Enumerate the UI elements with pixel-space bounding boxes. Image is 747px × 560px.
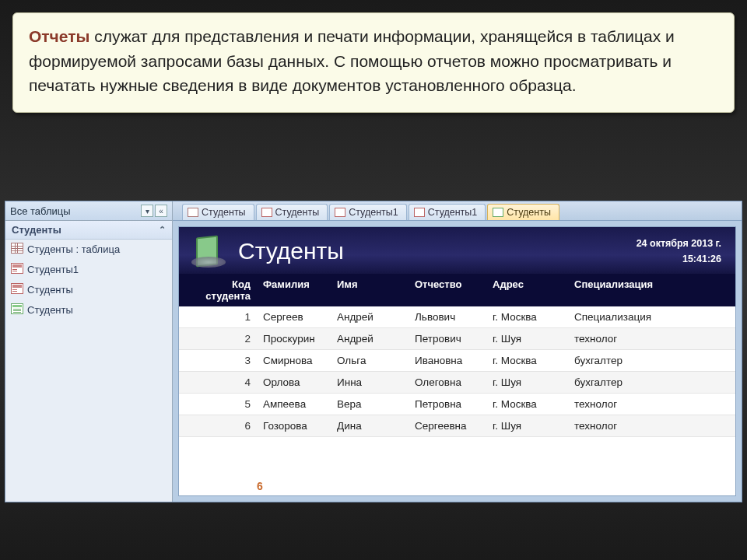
report-viewport: Студенты 24 октября 2013 г. 15:41:26 Код… [173,221,742,502]
cell-fn: Андрей [331,306,409,327]
cell-mn: Петрович [409,328,486,349]
cell-ln: Сергеев [257,306,331,327]
app-window: Все таблицы ▾ « Студенты ⌃ Студенты : та… [5,201,742,502]
cell-mn: Сергеевна [409,415,486,436]
cell-fn: Вера [331,394,409,415]
nav-item-label: Студенты : таблица [27,243,120,255]
col-id: Код студента [179,274,257,306]
form-icon [11,283,23,294]
cell-ln: Проскурин [257,328,331,349]
report-icon [493,208,503,217]
tab-label: Студенты1 [428,207,478,218]
cell-id: 1 [179,306,257,327]
cell-fn: Ольга [331,350,409,371]
col-patronymic: Отчество [409,274,486,306]
cell-sp: технолог [568,394,735,415]
report-header: Студенты 24 октября 2013 г. 15:41:26 [179,227,735,274]
table-row[interactable]: 4ОрловаИннаОлеговнаг. Шуябухгалтер [179,372,735,394]
tab-label: Студенты [507,207,551,218]
nav-collapse-icon[interactable]: « [155,205,167,217]
cell-fn: Инна [331,372,409,393]
report-body: Студенты 24 октября 2013 г. 15:41:26 Код… [179,227,735,495]
cell-id: 4 [179,372,257,393]
cell-id: 2 [179,328,257,349]
col-firstname: Имя [331,274,409,306]
tab[interactable]: Студенты1 [329,204,407,220]
cell-sp: технолог [568,415,735,436]
tab-label: Студенты [275,207,320,218]
nav-dropdown-icon[interactable]: ▾ [141,205,153,217]
cell-id: 6 [179,415,257,436]
report-time: 15:41:26 [637,251,721,267]
cell-id: 5 [179,394,257,415]
nav-group-label: Студенты [12,224,61,236]
main-area: СтудентыСтудентыСтуденты1Студенты1Студен… [173,201,742,502]
form-icon [11,263,23,274]
tab-label: Студенты1 [349,207,398,218]
table-icon [11,243,23,254]
col-address: Адрес [486,274,568,306]
cell-ln: Гозорова [257,415,331,436]
report-columns: Код студента Фамилия Имя Отчество Адрес … [179,274,735,306]
table-row[interactable]: 3СмирноваОльгаИвановнаг. Москвабухгалтер [179,350,735,372]
nav-item[interactable]: Студенты [5,280,172,300]
cell-sp: бухгалтер [568,372,735,393]
table-row[interactable]: 1СергеевАндрейЛьвовичг. МоскваСпециализа… [179,306,735,328]
table-icon [188,208,198,217]
nav-header-label: Все таблицы [10,205,71,217]
tab[interactable]: Студенты1 [409,204,486,220]
cell-ad: г. Москва [486,394,568,415]
form-icon [335,208,345,217]
report-icon [193,235,226,268]
nav-group[interactable]: Студенты ⌃ [5,221,172,240]
nav-item-label: Студенты1 [27,264,79,275]
nav-item[interactable]: Студенты [5,300,172,320]
tab-label: Студенты [202,207,246,218]
nav-item[interactable]: Студенты1 [5,260,172,280]
description-box: Отчеты служат для представления и печати… [12,12,735,113]
cell-ln: Ампеева [257,394,331,415]
description-text: служат для представления и печати информ… [29,27,675,94]
cell-fn: Андрей [331,328,409,349]
cell-mn: Олеговна [409,372,486,393]
cell-fn: Дина [331,415,409,436]
cell-sp: бухгалтер [568,350,735,371]
cell-ad: г. Москва [486,350,568,371]
navigation-pane: Все таблицы ▾ « Студенты ⌃ Студенты : та… [5,201,173,502]
report-total: 6 [179,477,735,495]
description-keyword: Отчеты [29,27,89,45]
tab[interactable]: Студенты [256,204,328,220]
report-title: Студенты [238,238,344,264]
cell-mn: Петровна [409,394,486,415]
cell-ad: г. Шуя [486,415,568,436]
report-date: 24 октября 2013 г. [637,236,721,251]
nav-item[interactable]: Студенты : таблица [5,240,172,260]
cell-sp: Специализация [568,306,735,327]
cell-ad: г. Шуя [486,372,568,393]
tab-bar: СтудентыСтудентыСтуденты1Студенты1Студен… [173,201,742,221]
nav-group-expand-icon[interactable]: ⌃ [159,225,166,235]
report-meta: 24 октября 2013 г. 15:41:26 [637,236,721,267]
cell-ad: г. Шуя [486,328,568,349]
tab[interactable]: Студенты [182,204,254,220]
nav-header[interactable]: Все таблицы ▾ « [5,201,172,221]
cell-mn: Ивановна [409,350,486,371]
col-lastname: Фамилия [257,274,331,306]
table-row[interactable]: 5АмпееваВераПетровнаг. Москватехнолог [179,394,735,415]
nav-item-label: Студенты [27,284,73,296]
nav-item-label: Студенты [27,304,73,316]
form-icon [261,208,272,217]
cell-ln: Смирнова [257,350,331,371]
cell-id: 3 [179,350,257,371]
tab[interactable]: Студенты [487,204,559,220]
report-icon [11,303,23,314]
table-row[interactable]: 2ПроскуринАндрейПетровичг. Шуятехнолог [179,328,735,350]
cell-sp: технолог [568,328,735,349]
report-rows: 1СергеевАндрейЛьвовичг. МоскваСпециализа… [179,306,735,477]
cell-ln: Орлова [257,372,331,393]
cell-ad: г. Москва [486,306,568,327]
col-specialization: Специализация [568,274,735,306]
table-row[interactable]: 6ГозороваДинаСергеевнаг. Шуятехнолог [179,415,735,437]
cell-mn: Львович [409,306,486,327]
form-icon [414,208,425,217]
